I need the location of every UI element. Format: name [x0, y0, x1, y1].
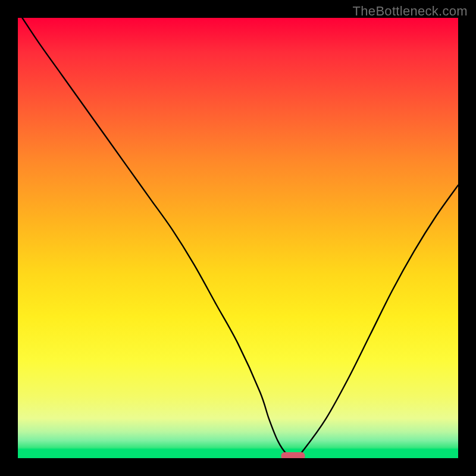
watermark-label: TheBottleneck.com — [353, 4, 468, 19]
bottleneck-curve — [22, 18, 458, 458]
plot-area — [18, 18, 458, 458]
optimal-marker — [281, 452, 305, 458]
bottleneck-curve-svg — [18, 18, 458, 458]
chart-frame: TheBottleneck.com — [0, 0, 476, 476]
